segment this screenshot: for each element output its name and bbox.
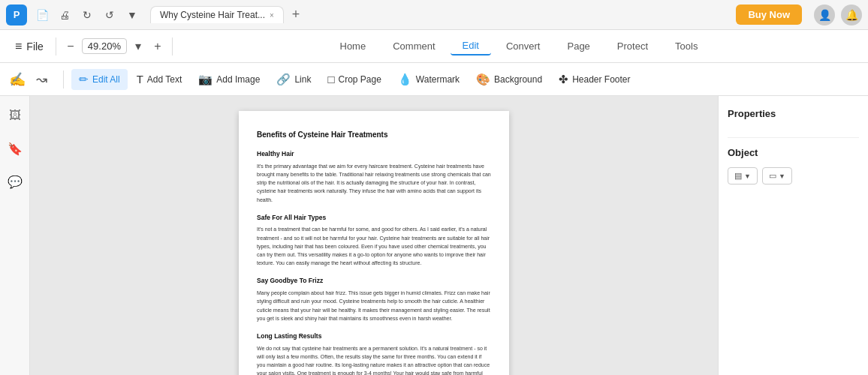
object-align-button[interactable]: ▤ ▼ [728, 167, 758, 184]
properties-title: Properties [728, 108, 859, 119]
distribute-icon: ▭ [769, 171, 776, 181]
main-area: 🖼 🔖 💬 Benefits of Cysteine Hair Treatmen… [0, 96, 868, 375]
tab-comment[interactable]: Comment [381, 38, 447, 55]
divider-1 [56, 38, 56, 56]
hamburger-icon: ≡ [15, 40, 22, 53]
pdf-page: Benefits of Cysteine Hair Treatments Hea… [239, 111, 509, 375]
background-icon: 🎨 [476, 73, 490, 86]
notification-bell-icon[interactable]: 🔔 [841, 4, 862, 26]
link-button[interactable]: 🔗 Link [269, 69, 318, 90]
section-healthy-hair: Healthy Hair It's the primary advantage … [257, 149, 491, 204]
add-text-label: Add Text [147, 74, 182, 85]
zoom-out-button[interactable]: − [62, 38, 79, 55]
document-title: Benefits of Cysteine Hair Treatments [257, 129, 491, 140]
user-avatar-icon[interactable]: 👤 [814, 4, 835, 26]
add-text-button[interactable]: T Add Text [129, 69, 190, 89]
bookmark-sidebar-icon[interactable]: 🔖 [5, 138, 26, 159]
distribute-arrow-icon: ▼ [779, 172, 785, 180]
tab-bar: Why Cysteine Hair Treat... × + [150, 6, 730, 24]
section-text-3: We do not say that cysteine hair treatme… [257, 344, 491, 375]
file-menu-label: File [26, 40, 44, 52]
redo-icon[interactable]: ↺ [101, 6, 119, 24]
crop-page-icon: □ [327, 73, 334, 86]
file-icon[interactable]: 📄 [33, 6, 51, 24]
edit-all-button[interactable]: ✏ Edit All [71, 69, 128, 90]
section-heading-2: Say Goodbye To Frizz [257, 276, 491, 286]
edit-all-label: Edit All [92, 74, 120, 85]
section-text-2: Many people complain about hair frizz. T… [257, 289, 491, 322]
section-heading-1: Safe For All Hair Types [257, 213, 491, 223]
new-tab-button[interactable]: + [287, 6, 305, 24]
add-image-icon: 📷 [198, 73, 212, 86]
zoom-in-button[interactable]: + [149, 38, 166, 55]
tab-home[interactable]: Home [328, 38, 378, 55]
header-footer-icon: ✤ [559, 73, 568, 86]
section-heading-3: Long Lasting Results [257, 332, 491, 341]
section-heading-0: Healthy Hair [257, 149, 491, 159]
crop-page-label: Crop Page [338, 74, 381, 85]
image-sidebar-icon[interactable]: 🖼 [5, 105, 26, 126]
divider-2 [172, 38, 173, 56]
select-tool-button[interactable]: ↝ [30, 68, 53, 91]
edit-toolbar: ✍ ↝ ✏ Edit All T Add Text 📷 Add Image 🔗 … [0, 63, 868, 96]
left-sidebar: 🖼 🔖 💬 [0, 96, 30, 375]
align-icon: ▤ [734, 171, 742, 181]
title-bar-icons: 📄 🖨 ↻ ↺ ▼ [33, 6, 141, 24]
watermark-button[interactable]: 💧 Watermark [390, 69, 467, 90]
tab-title: Why Cysteine Hair Treat... [160, 10, 265, 20]
tab-page[interactable]: Page [555, 38, 601, 55]
section-frizz: Say Goodbye To Frizz Many people complai… [257, 276, 491, 322]
zoom-controls: − 49.20% ▾ + [62, 38, 166, 55]
background-button[interactable]: 🎨 Background [469, 69, 550, 90]
menu-toolbar: ≡ File − 49.20% ▾ + Home Comment Edit Co… [0, 30, 868, 63]
background-label: Background [494, 74, 542, 85]
section-longlasting: Long Lasting Results We do not say that … [257, 332, 491, 375]
zoom-value-display[interactable]: 49.20% [82, 38, 127, 54]
link-label: Link [294, 74, 311, 85]
tab-protect[interactable]: Protect [605, 38, 660, 55]
comment-sidebar-icon[interactable]: 💬 [5, 171, 26, 192]
zoom-dropdown-button[interactable]: ▾ [130, 38, 146, 55]
tab-close-button[interactable]: × [270, 11, 274, 20]
add-text-icon: T [137, 73, 143, 86]
add-image-button[interactable]: 📷 Add Image [191, 69, 267, 90]
object-title: Object [728, 147, 859, 158]
crop-page-button[interactable]: □ Crop Page [320, 69, 388, 89]
tab-tools[interactable]: Tools [663, 38, 710, 55]
add-image-label: Add Image [216, 74, 260, 85]
cursor-tools: ✍ ↝ [6, 68, 53, 91]
document-area: Benefits of Cysteine Hair Treatments Hea… [30, 96, 718, 375]
watermark-icon: 💧 [398, 73, 412, 86]
active-tab[interactable]: Why Cysteine Hair Treat... × [150, 6, 284, 23]
section-safe-hair: Safe For All Hair Types It's not a treat… [257, 213, 491, 268]
edit-all-icon: ✏ [79, 73, 89, 86]
tab-edit[interactable]: Edit [451, 37, 491, 56]
undo-icon[interactable]: ↻ [78, 6, 96, 24]
object-distribute-button[interactable]: ▭ ▼ [762, 167, 792, 184]
app-logo: P [6, 4, 27, 26]
right-sidebar: Properties Object ▤ ▼ ▭ ▼ [718, 96, 868, 375]
align-arrow-icon: ▼ [744, 172, 751, 180]
section-text-1: It's not a treatment that can be harmful… [257, 225, 491, 267]
link-icon: 🔗 [276, 73, 291, 86]
title-bar: P 📄 🖨 ↻ ↺ ▼ Why Cysteine Hair Treat... ×… [0, 0, 868, 30]
section-text-0: It's the primary advantage that we aim f… [257, 162, 491, 204]
object-controls: ▤ ▼ ▭ ▼ [728, 167, 859, 184]
user-icons: 👤 🔔 [814, 4, 862, 26]
watermark-label: Watermark [416, 74, 460, 85]
header-footer-label: Header Footer [572, 74, 630, 85]
edit-divider [63, 70, 64, 88]
header-footer-button[interactable]: ✤ Header Footer [551, 69, 637, 90]
buy-now-button[interactable]: Buy Now [736, 4, 802, 25]
file-menu-button[interactable]: ≡ File [9, 40, 50, 53]
hand-tool-button[interactable]: ✍ [6, 68, 29, 91]
dropdown-icon[interactable]: ▼ [123, 6, 141, 24]
print-icon[interactable]: 🖨 [56, 6, 74, 24]
tab-convert[interactable]: Convert [494, 38, 553, 55]
nav-tabs: Home Comment Edit Convert Page Protect T… [179, 37, 859, 56]
